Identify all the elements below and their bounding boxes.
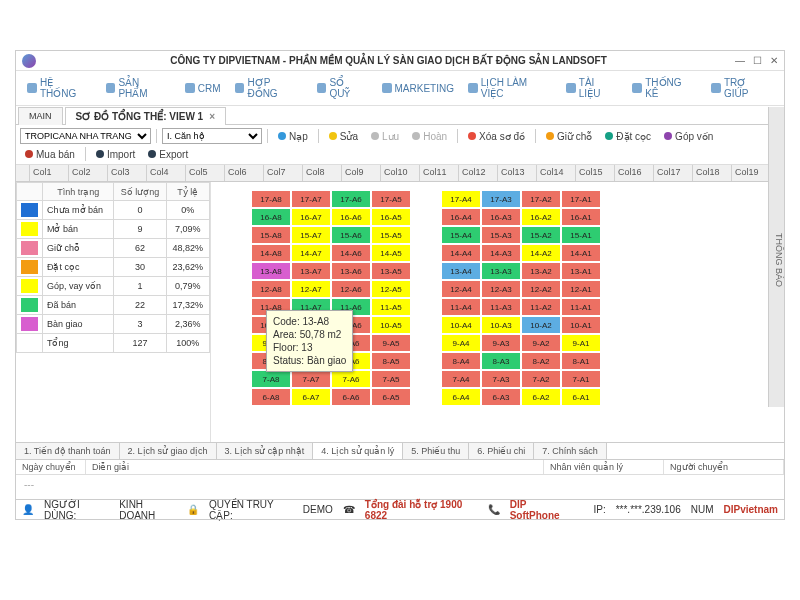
detail-tab[interactable]: 2. Lịch sử giao dịch	[120, 443, 217, 459]
unit-cell[interactable]: 17-A7	[291, 190, 331, 208]
unit-cell[interactable]: 12-A2	[521, 280, 561, 298]
unit-cell[interactable]: 15-A7	[291, 226, 331, 244]
unit-cell[interactable]: 13-A3	[481, 262, 521, 280]
col-header[interactable]: Col2	[69, 165, 108, 181]
unit-cell[interactable]: 6-A4	[441, 388, 481, 406]
unit-cell[interactable]: 9-A4	[441, 334, 481, 352]
unit-cell[interactable]: 10-A2	[521, 316, 561, 334]
unit-cell[interactable]: 16-A2	[521, 208, 561, 226]
unit-cell[interactable]: 7-A1	[561, 370, 601, 388]
unit-cell[interactable]: 16-A3	[481, 208, 521, 226]
unit-cell[interactable]: 12-A1	[561, 280, 601, 298]
unit-cell[interactable]: 13-A5	[371, 262, 411, 280]
col-header[interactable]: Col7	[264, 165, 303, 181]
detail-tab[interactable]: 6. Phiếu chi	[469, 443, 534, 459]
col-header[interactable]: Col12	[459, 165, 498, 181]
unit-cell[interactable]: 14-A5	[371, 244, 411, 262]
detail-tab[interactable]: 7. Chính sách	[534, 443, 607, 459]
unit-cell[interactable]: 13-A4	[441, 262, 481, 280]
unit-cell[interactable]: 13-A6	[331, 262, 371, 280]
col-header[interactable]: Col4	[147, 165, 186, 181]
col-header[interactable]: Col17	[654, 165, 693, 181]
unit-cell[interactable]: 8-A5	[371, 352, 411, 370]
unit-cell[interactable]: 11-A5	[371, 298, 411, 316]
col-header[interactable]: Col16	[615, 165, 654, 181]
unit-cell[interactable]: 7-A2	[521, 370, 561, 388]
notification-sidebar[interactable]: THÔNG BÁO	[768, 107, 784, 407]
unit-cell[interactable]: 17-A3	[481, 190, 521, 208]
edit-button[interactable]: Sửa	[324, 130, 363, 143]
unit-cell[interactable]: 6-A2	[521, 388, 561, 406]
detail-tab[interactable]: 5. Phiếu thu	[403, 443, 469, 459]
unit-cell[interactable]: 7-A5	[371, 370, 411, 388]
unit-cell[interactable]: 14-A3	[481, 244, 521, 262]
minimize-button[interactable]: —	[735, 55, 745, 66]
unit-cell[interactable]: 10-A5	[371, 316, 411, 334]
col-header[interactable]: Col11	[420, 165, 459, 181]
col-header[interactable]: Col5	[186, 165, 225, 181]
unit-cell[interactable]: 10-A4	[441, 316, 481, 334]
unit-cell[interactable]: 15-A2	[521, 226, 561, 244]
unit-cell[interactable]: 9-A1	[561, 334, 601, 352]
detail-tab[interactable]: 1. Tiến độ thanh toán	[16, 443, 120, 459]
unit-cell[interactable]: 12-A5	[371, 280, 411, 298]
unit-cell[interactable]: 8-A3	[481, 352, 521, 370]
unit-cell[interactable]: 6-A7	[291, 388, 331, 406]
unit-cell[interactable]: 11-A1	[561, 298, 601, 316]
menu-trợ giúp[interactable]: TRỢ GIÚP	[706, 75, 778, 101]
menu-marketing[interactable]: MARKETING	[377, 81, 459, 96]
close-button[interactable]: ✕	[770, 55, 778, 66]
detail-tab[interactable]: 4. Lịch sử quản lý	[313, 443, 403, 459]
unit-cell[interactable]: 6-A8	[251, 388, 291, 406]
menu-sổ quỹ[interactable]: SỔ QUỸ	[312, 75, 373, 101]
unit-cell[interactable]: 14-A8	[251, 244, 291, 262]
col-header[interactable]: Col6	[225, 165, 264, 181]
reload-button[interactable]: Nạp	[273, 130, 313, 143]
unit-cell[interactable]: 13-A8	[251, 262, 291, 280]
unit-cell[interactable]: 6-A5	[371, 388, 411, 406]
unit-cell[interactable]: 12-A3	[481, 280, 521, 298]
unit-cell[interactable]: 17-A5	[371, 190, 411, 208]
unit-cell[interactable]: 9-A3	[481, 334, 521, 352]
menu-lịch làm việc[interactable]: LỊCH LÀM VIỆC	[463, 75, 557, 101]
unit-cell[interactable]: 11-A4	[441, 298, 481, 316]
unit-cell[interactable]: 8-A2	[521, 352, 561, 370]
unit-cell[interactable]: 17-A8	[251, 190, 291, 208]
unit-cell[interactable]: 8-A4	[441, 352, 481, 370]
unit-cell[interactable]: 13-A1	[561, 262, 601, 280]
col-header[interactable]: Col1	[30, 165, 69, 181]
col-header[interactable]: Col15	[576, 165, 615, 181]
unit-cell[interactable]: 10-A1	[561, 316, 601, 334]
unit-cell[interactable]: 12-A4	[441, 280, 481, 298]
menu-thống kê[interactable]: THỐNG KÊ	[627, 75, 702, 101]
unit-cell[interactable]: 7-A6	[331, 370, 371, 388]
import-button[interactable]: Import	[91, 148, 140, 161]
detail-tab[interactable]: 3. Lịch sử cập nhật	[217, 443, 314, 459]
unit-cell[interactable]: 15-A3	[481, 226, 521, 244]
unit-cell[interactable]: 6-A6	[331, 388, 371, 406]
col-header[interactable]: Col19	[732, 165, 771, 181]
unit-cell[interactable]: 16-A4	[441, 208, 481, 226]
tab-overview[interactable]: SƠ ĐỒ TỔNG THỂ: VIEW 1×	[65, 107, 227, 125]
unit-cell[interactable]: 8-A1	[561, 352, 601, 370]
unit-cell[interactable]: 7-A4	[441, 370, 481, 388]
trade-button[interactable]: Mua bán	[20, 148, 80, 161]
tab-main[interactable]: MAIN	[18, 107, 63, 125]
unit-cell[interactable]: 14-A6	[331, 244, 371, 262]
unit-cell[interactable]: 17-A2	[521, 190, 561, 208]
unit-cell[interactable]: 7-A8	[251, 370, 291, 388]
menu-sản phẩm[interactable]: SẢN PHẨM	[101, 75, 176, 101]
unit-cell[interactable]: 15-A1	[561, 226, 601, 244]
col-header[interactable]: Col18	[693, 165, 732, 181]
unit-cell[interactable]: 15-A5	[371, 226, 411, 244]
hold-button[interactable]: Giữ chỗ	[541, 130, 597, 143]
maximize-button[interactable]: ☐	[753, 55, 762, 66]
undo-button[interactable]: Hoàn	[407, 130, 452, 143]
unit-cell[interactable]: 11-A2	[521, 298, 561, 316]
col-header[interactable]: Col9	[342, 165, 381, 181]
unit-cell[interactable]: 9-A2	[521, 334, 561, 352]
unit-cell[interactable]: 13-A7	[291, 262, 331, 280]
col-header[interactable]: Col10	[381, 165, 420, 181]
unit-cell[interactable]: 9-A5	[371, 334, 411, 352]
unit-cell[interactable]: 16-A8	[251, 208, 291, 226]
